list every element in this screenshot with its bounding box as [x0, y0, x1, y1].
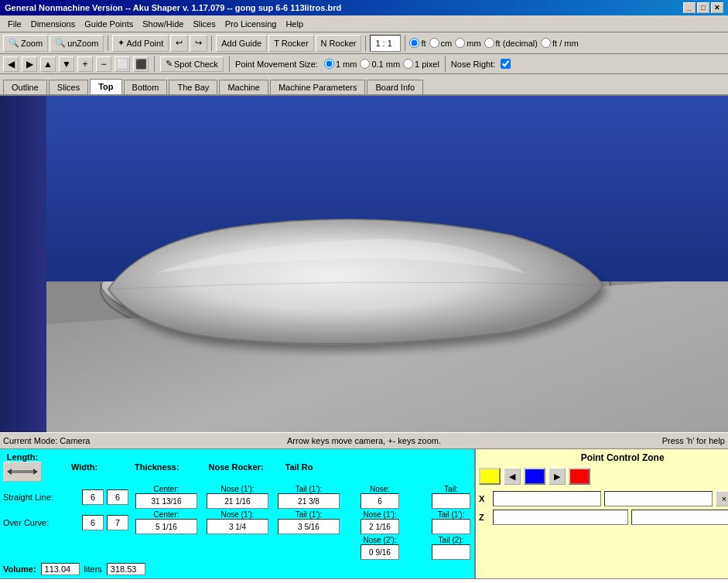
add-point-button[interactable]: ✦ Add Point: [112, 35, 169, 52]
pcz-left-arrow-button[interactable]: ◀: [504, 468, 521, 485]
title-bar: General Nonmachine Version -- Aku Shaper…: [0, 0, 728, 15]
tab-top[interactable]: Top: [90, 79, 121, 94]
sep3: [365, 36, 366, 51]
color-red-button[interactable]: [569, 468, 590, 485]
center-thick-val: 5 1/16: [135, 519, 197, 534]
svg-marker-4: [7, 469, 12, 475]
unit-ft-mm-option[interactable]: ft / mm: [541, 38, 579, 48]
point-movement-selector: 1 mm 0.1 mm 1 pixel: [324, 59, 439, 69]
z-input-1[interactable]: [493, 510, 628, 525]
x-dismiss-button[interactable]: ×: [716, 491, 728, 506]
menu-show-hide[interactable]: Show/Hide: [138, 18, 188, 30]
tail1-width-label: Tail (1'):: [296, 485, 323, 493]
nav-next-button[interactable]: ▶: [22, 56, 37, 72]
undo-button[interactable]: ↩: [170, 35, 188, 52]
center-label: Center:: [154, 485, 179, 493]
pcz-right-arrow-button[interactable]: ▶: [549, 468, 566, 485]
nose1-thick-val: 3 1/4: [207, 519, 268, 534]
unit-ft-dec-option[interactable]: ft (decimal): [484, 38, 538, 48]
nav-up-button[interactable]: ▲: [40, 56, 56, 72]
unzoom-button[interactable]: 🔍 unZoom: [50, 35, 104, 52]
pm-1px-option[interactable]: 1 pixel: [403, 59, 439, 69]
point-control-zone: Point Control Zone ◀ ▶ X × Cont Z: [476, 449, 728, 578]
tab-slices[interactable]: Slices: [49, 80, 88, 94]
zoom-out-button[interactable]: −: [96, 56, 111, 72]
pm-01mm-option[interactable]: 0.1 mm: [360, 59, 400, 69]
pm-1mm-option[interactable]: 1 mm: [324, 59, 357, 69]
unit-cm-option[interactable]: cm: [429, 38, 453, 48]
nose1-rocker-val: 2 1/16: [361, 519, 399, 534]
unzoom-icon: 🔍: [55, 38, 66, 48]
center-thick-label: Center:: [154, 510, 179, 519]
zoom-icon: 🔍: [9, 38, 19, 48]
spot-check-icon: ✎: [166, 59, 173, 69]
zoom-button[interactable]: 🔍 Zoom: [3, 35, 48, 52]
nose1-label: Nose (1'):: [220, 485, 254, 493]
tab-board-info[interactable]: Board Info: [367, 80, 423, 94]
tail2-label: Tail (2):: [439, 536, 464, 544]
minimize-button[interactable]: _: [683, 2, 696, 13]
3d-viewport[interactable]: [0, 96, 728, 432]
zoom-in-button[interactable]: +: [77, 56, 93, 72]
t-rocker-button[interactable]: T Rocker: [268, 35, 313, 52]
menu-help[interactable]: Help: [281, 18, 308, 30]
unit-ft-option[interactable]: ft: [409, 38, 426, 48]
tail-ro-label: Tail Ro: [285, 462, 313, 472]
sep5: [154, 56, 155, 72]
nav-down-button[interactable]: ▼: [59, 56, 74, 72]
nose-right-label: Nose Right:: [451, 60, 495, 69]
tail1-thick-val: 3 5/16: [278, 519, 340, 534]
volume-row: Volume: 113.04 liters 318.53: [3, 563, 471, 575]
tab-bar: Outline Slices Top Bottom The Bay Machin…: [0, 74, 728, 96]
x-input-2[interactable]: [604, 491, 713, 506]
view-filled-button[interactable]: ⬛: [133, 56, 149, 72]
close-button[interactable]: ✕: [711, 2, 723, 13]
over-curve-v1: 6: [82, 515, 104, 530]
n-rocker-button[interactable]: N Rocker: [316, 35, 362, 52]
point-movement-label: Point Movement Size:: [235, 60, 318, 69]
tab-the-bay[interactable]: The Bay: [169, 80, 217, 94]
color-yellow-button[interactable]: [479, 468, 501, 485]
menu-file[interactable]: File: [3, 18, 26, 30]
nose-right-checkbox[interactable]: [501, 59, 511, 69]
menu-dimensions[interactable]: Dimensions: [26, 18, 80, 30]
nose1-thick-label: Nose (1'):: [220, 510, 254, 519]
svg-marker-5: [33, 469, 38, 475]
redo-button[interactable]: ↪: [190, 35, 207, 52]
color-buttons-row: ◀ ▶: [479, 468, 728, 485]
tab-bottom[interactable]: Bottom: [124, 80, 168, 94]
bottom-panels: Length: Width: Thickness: Nose Rocker:: [0, 449, 728, 578]
board-svg-overlay: [77, 196, 619, 382]
tab-outline[interactable]: Outline: [3, 80, 47, 94]
volume-label: Volume:: [3, 564, 36, 574]
tab-machine[interactable]: Machine: [219, 80, 268, 94]
length-icon: [3, 462, 42, 482]
menu-guide-points[interactable]: Guide Points: [80, 18, 138, 30]
z-input-2[interactable]: [631, 510, 728, 525]
spot-check-button[interactable]: ✎ Spot Check: [160, 56, 224, 72]
status-help-hint: Press 'h' for help: [545, 436, 725, 445]
menu-pro-licensing[interactable]: Pro Licensing: [220, 18, 282, 30]
window-title: General Nonmachine Version -- Aku Shaper…: [5, 3, 341, 12]
nav-prev-button[interactable]: ◀: [3, 56, 19, 72]
view-square-button[interactable]: ⬜: [114, 56, 130, 72]
color-blue-button[interactable]: [524, 468, 545, 485]
menu-bar: File Dimensions Guide Points Show/Hide S…: [0, 15, 728, 32]
maximize-button[interactable]: □: [697, 2, 709, 13]
pcz-title: Point Control Zone: [479, 452, 728, 463]
x-input-1[interactable]: [493, 491, 601, 506]
nose2-rocker-label: Nose (2'):: [363, 536, 396, 544]
nose-rocker-val-label: Nose:: [370, 485, 390, 493]
nose1-val: 21 1/16: [207, 493, 268, 509]
add-point-icon: ✦: [118, 38, 125, 48]
left-info-panel: Length: Width: Thickness: Nose Rocker:: [0, 449, 476, 578]
tail1-rocker-label: Tail (1'):: [438, 510, 465, 519]
nose-rocker-val: 6: [361, 493, 399, 509]
toolbar-2: ◀ ▶ ▲ ▼ + − ⬜ ⬛ ✎ Spot Check Point Movem…: [0, 54, 728, 74]
tab-machine-parameters[interactable]: Machine Parameters: [270, 80, 366, 94]
add-guide-button[interactable]: Add Guide: [216, 35, 267, 52]
sep6: [229, 56, 230, 72]
center-val: 31 13/16: [135, 493, 197, 509]
menu-slices[interactable]: Slices: [188, 18, 220, 30]
unit-mm-option[interactable]: mm: [455, 38, 480, 48]
